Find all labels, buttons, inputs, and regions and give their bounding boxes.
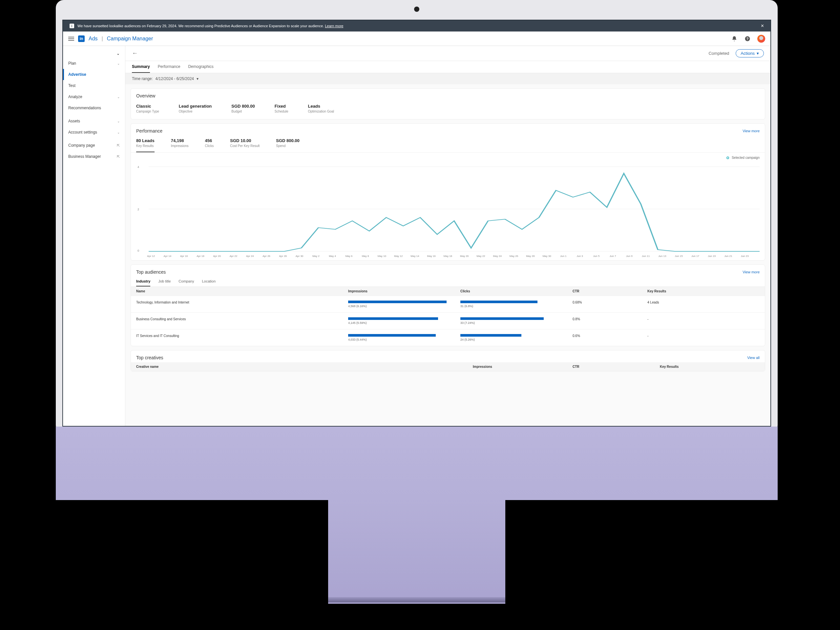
performance-title: Performance bbox=[136, 128, 163, 134]
help-icon[interactable]: ? bbox=[744, 35, 751, 42]
camera bbox=[414, 6, 419, 12]
sidebar-item-account-settings[interactable]: Account settings⌄ bbox=[63, 127, 125, 138]
banner-learn-more-link[interactable]: Learn more bbox=[325, 24, 343, 28]
overview-card: Overview ClassicCampaign TypeLead genera… bbox=[131, 88, 765, 120]
chevron-down-icon: ⌄ bbox=[117, 95, 120, 99]
main-tabs: Summary Performance Demographics bbox=[125, 61, 771, 73]
caret-down-icon: ▾ bbox=[197, 76, 199, 81]
tab-summary[interactable]: Summary bbox=[132, 61, 150, 73]
external-link-icon: ⇱ bbox=[117, 155, 120, 159]
overview-item: SGD 800.00Budget bbox=[231, 104, 255, 113]
actions-button[interactable]: Actions ▾ bbox=[736, 49, 764, 57]
time-range-selector[interactable]: Time range: 4/12/2024 - 6/25/2024 ▾ bbox=[125, 73, 771, 84]
svg-text:?: ? bbox=[747, 36, 748, 40]
metric-clicks[interactable]: 456Clicks bbox=[205, 138, 214, 152]
brand-separator: | bbox=[102, 36, 103, 42]
view-more-link[interactable]: View more bbox=[742, 270, 759, 274]
sidebar-item-assets[interactable]: Assets⌄ bbox=[63, 115, 125, 127]
top-bar: in Ads | Campaign Manager ? bbox=[63, 32, 771, 46]
chevron-down-icon: ⌄ bbox=[117, 131, 120, 134]
overview-item: LeadsOptimization Goal bbox=[308, 104, 334, 113]
tab-demographics[interactable]: Demographics bbox=[188, 61, 213, 73]
banner-text: We have sunsetted lookalike audiences on… bbox=[77, 24, 325, 28]
status-label: Completed bbox=[709, 51, 729, 59]
menu-icon[interactable] bbox=[68, 37, 74, 41]
notification-banner: i We have sunsetted lookalike audiences … bbox=[63, 21, 771, 32]
aud-tab-industry[interactable]: Industry bbox=[136, 276, 150, 286]
view-all-link[interactable]: View all bbox=[747, 356, 759, 360]
caret-down-icon: ▾ bbox=[757, 51, 759, 56]
chevron-down-icon: ⌄ bbox=[117, 120, 120, 123]
performance-card: Performance View more 80 LeadsKey Result… bbox=[131, 123, 765, 261]
overview-item: ClassicCampaign Type bbox=[136, 104, 159, 113]
metric-impressions[interactable]: 74,198Impressions bbox=[171, 138, 189, 152]
sidebar-item-advertise[interactable]: Advertise bbox=[63, 69, 125, 80]
user-avatar[interactable] bbox=[757, 35, 765, 43]
audiences-table-header: Name Impressions Clicks CTR Key Results bbox=[131, 287, 765, 296]
performance-chart: 4 2 0 bbox=[136, 161, 759, 253]
chevron-down-icon[interactable]: ⌄ bbox=[117, 51, 120, 56]
close-icon[interactable]: × bbox=[761, 23, 764, 29]
table-row: Business Consulting and Services 4,145 (… bbox=[131, 313, 765, 329]
aud-tab-company[interactable]: Company bbox=[178, 276, 194, 286]
brand-ads: Ads bbox=[88, 36, 98, 42]
table-row: Technology, Information and Internet 4,5… bbox=[131, 296, 765, 313]
linkedin-logo-icon: in bbox=[78, 35, 85, 42]
chevron-down-icon: ⌄ bbox=[117, 62, 120, 65]
creatives-title: Top creatives bbox=[136, 355, 163, 360]
brand-campaign-manager: Campaign Manager bbox=[107, 36, 153, 42]
aud-tab-location[interactable]: Location bbox=[202, 276, 216, 286]
info-icon: i bbox=[69, 24, 74, 28]
creatives-table-header: Creative name Impressions CTR Key Result… bbox=[131, 362, 765, 371]
notifications-icon[interactable] bbox=[731, 35, 737, 42]
legend-label: Selected campaign bbox=[732, 156, 759, 159]
sidebar-item-plan[interactable]: Plan⌄ bbox=[63, 58, 125, 69]
table-row: IT Services and IT Consulting 4,033 (5.4… bbox=[131, 329, 765, 346]
overview-item: Lead generationObjective bbox=[179, 104, 212, 113]
sidebar: ⌄ Plan⌄ Advertise Test Analyze⌄ Recommen… bbox=[63, 46, 125, 426]
top-creatives-card: Top creatives View all Creative name Imp… bbox=[131, 350, 765, 371]
audiences-title: Top audiences bbox=[136, 269, 166, 275]
legend-dot-icon bbox=[726, 156, 729, 159]
sidebar-item-recommendations[interactable]: Recommendations bbox=[63, 103, 125, 114]
aud-tab-job-title[interactable]: Job title bbox=[158, 276, 171, 286]
metric-cost-per-key-result[interactable]: SGD 10.00Cost Per Key Result bbox=[230, 138, 259, 152]
external-link-icon: ⇱ bbox=[117, 144, 120, 148]
tab-performance[interactable]: Performance bbox=[158, 61, 180, 73]
metric-key-results[interactable]: 80 LeadsKey Results bbox=[136, 138, 155, 152]
back-arrow-icon[interactable]: ← bbox=[132, 50, 138, 60]
overview-title: Overview bbox=[131, 88, 765, 102]
overview-item: FixedSchedule bbox=[275, 104, 289, 113]
sidebar-item-company-page[interactable]: Company page⇱ bbox=[63, 140, 125, 151]
sidebar-item-analyze[interactable]: Analyze⌄ bbox=[63, 91, 125, 103]
view-more-link[interactable]: View more bbox=[742, 129, 759, 133]
top-audiences-card: Top audiences View more Industry Job tit… bbox=[131, 264, 765, 346]
sidebar-item-business-manager[interactable]: Business Manager⇱ bbox=[63, 151, 125, 162]
sidebar-item-test[interactable]: Test bbox=[63, 80, 125, 91]
metric-spend[interactable]: SGD 800.00Spend bbox=[276, 138, 300, 152]
